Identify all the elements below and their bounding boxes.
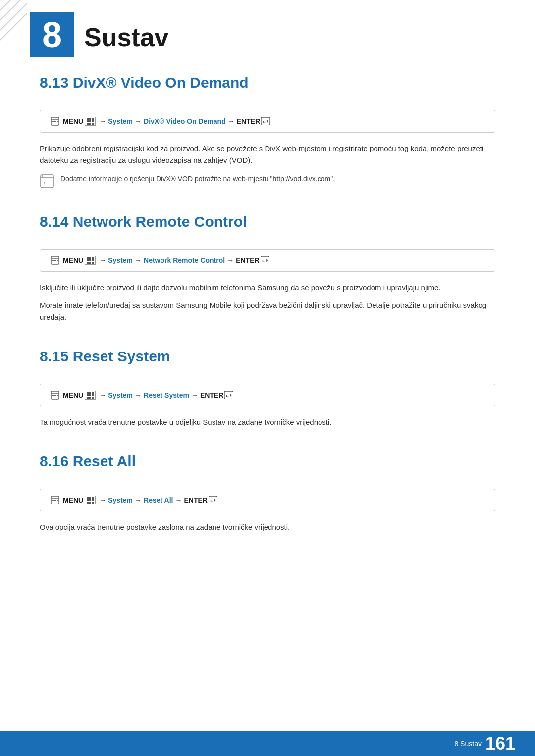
- svg-rect-13: [52, 260, 54, 261]
- svg-rect-14: [54, 260, 56, 261]
- arrow-2-16: →: [135, 496, 142, 504]
- enter-label-15: ENTER: [200, 391, 223, 399]
- section-8-13: 8.13 DivX® Video On Demand MENU: [40, 74, 495, 189]
- section-15-menu-path: MENU → System → Reset System → ENTER: [40, 384, 495, 406]
- enter-label-13: ENTER: [237, 117, 260, 125]
- section-15-heading: Reset System: [73, 348, 170, 364]
- svg-rect-2: [52, 121, 54, 122]
- section-13-title: 8.13 DivX® Video On Demand: [40, 74, 495, 95]
- menu-label-15: MENU: [63, 391, 83, 399]
- arrow-2-13: →: [135, 117, 142, 125]
- section-13-menu-path: MENU → System → DivX® Video On Demand → …: [40, 110, 495, 133]
- page-footer: 8 Sustav 161: [0, 731, 535, 756]
- arrow-1-13: →: [99, 117, 106, 125]
- svg-rect-15: [57, 260, 58, 261]
- enter-label-16: ENTER: [184, 496, 207, 504]
- svg-rect-32: [209, 496, 217, 504]
- enter-icon-16: [209, 496, 217, 504]
- reset-all-link: Reset All: [144, 496, 173, 504]
- menu-label-13: MENU: [63, 117, 83, 125]
- section-14-menu-path: MENU → System → Network Remote Control →…: [40, 249, 495, 272]
- decorative-stripes: [0, 0, 27, 64]
- grid-icon-15: [85, 391, 96, 400]
- section-16-heading: Reset All: [73, 453, 136, 469]
- svg-rect-22: [54, 395, 56, 396]
- grid-icon-13: [85, 117, 96, 126]
- arrow-3-15: →: [191, 391, 198, 399]
- section-13-note: i Dodatne informacije o rješenju DivX® V…: [40, 174, 495, 189]
- section-15-number: 8.15: [40, 348, 68, 364]
- svg-rect-30: [54, 500, 56, 501]
- enter-icon-15: [224, 391, 233, 399]
- menu-label-16: MENU: [63, 496, 83, 504]
- section-14-number: 8.14: [40, 213, 68, 230]
- section-16-body: Ova opcija vraća trenutne postavke zaslo…: [40, 521, 495, 533]
- footer-label: 8 Sustav: [454, 740, 481, 748]
- svg-rect-24: [224, 391, 233, 399]
- chapter-number: 8: [42, 14, 62, 55]
- section-8-16: 8.16 Reset All MENU →: [40, 453, 495, 533]
- chapter-title: Sustav: [84, 17, 169, 52]
- arrow-2-15: →: [135, 391, 142, 399]
- grid-icon-14: [85, 256, 96, 265]
- arrow-1-15: →: [99, 391, 106, 399]
- arrow-1-16: →: [99, 496, 106, 504]
- enter-icon-13: [261, 117, 270, 125]
- arrow-1-14: →: [99, 256, 106, 264]
- section-13-note-text: Dodatne informacije o rješenju DivX® VOD…: [60, 174, 335, 184]
- section-15-title: 8.15 Reset System: [40, 348, 495, 369]
- note-icon-13: i: [40, 174, 54, 189]
- arrow-3-16: →: [175, 496, 182, 504]
- section-15-body: Ta mogućnost vraća trenutne postavke u o…: [40, 416, 495, 428]
- svg-rect-3: [54, 121, 56, 122]
- system-link-14: System: [108, 256, 133, 264]
- arrow-3-13: →: [228, 117, 235, 125]
- svg-rect-29: [52, 500, 54, 501]
- section-14-body2: Morate imate telefon/uređaj sa sustavom …: [40, 300, 495, 323]
- arrow-3-14: →: [227, 256, 234, 264]
- system-link-15: System: [108, 391, 133, 399]
- svg-rect-23: [57, 395, 58, 396]
- reset-system-link: Reset System: [144, 391, 189, 399]
- section-16-number: 8.16: [40, 453, 68, 469]
- section-13-number: 8.13: [40, 74, 68, 91]
- section-8-15: 8.15 Reset System MENU →: [40, 348, 495, 428]
- section-16-menu-path: MENU → System → Reset All → ENTER: [40, 489, 495, 511]
- footer-page-number: 161: [485, 733, 515, 754]
- section-13-heading: DivX® Video On Demand: [73, 74, 249, 91]
- svg-rect-21: [52, 395, 54, 396]
- main-content: 8.13 DivX® Video On Demand MENU: [0, 64, 535, 568]
- svg-rect-5: [261, 117, 270, 125]
- section-16-title: 8.16 Reset All: [40, 453, 495, 474]
- enter-icon-14: [261, 256, 269, 264]
- system-link-13: System: [108, 117, 133, 125]
- menu-icon-14: [50, 255, 60, 265]
- enter-label-14: ENTER: [236, 256, 259, 264]
- section-14-heading: Network Remote Control: [73, 213, 247, 230]
- network-remote-link: Network Remote Control: [144, 256, 225, 264]
- menu-icon-15: [50, 390, 60, 400]
- system-link-16: System: [108, 496, 133, 504]
- section-13-body: Prikazuje odobreni registracijski kod za…: [40, 143, 495, 166]
- section-8-14: 8.14 Network Remote Control MENU: [40, 213, 495, 323]
- grid-icon-16: [85, 496, 96, 504]
- menu-icon-13: [50, 116, 60, 126]
- divx-vod-link: DivX® Video On Demand: [144, 117, 226, 125]
- svg-rect-16: [261, 256, 269, 264]
- menu-icon-16: [50, 495, 60, 505]
- chapter-header: 8 Sustav: [0, 0, 535, 64]
- arrow-2-14: →: [135, 256, 142, 264]
- chapter-number-block: 8: [30, 12, 74, 57]
- svg-text:i: i: [44, 180, 45, 186]
- svg-rect-31: [57, 500, 58, 501]
- section-14-body1: Isključite ili uključite proizvod ili da…: [40, 282, 495, 294]
- menu-label-14: MENU: [63, 256, 83, 264]
- section-14-title: 8.14 Network Remote Control: [40, 213, 495, 234]
- svg-rect-4: [57, 121, 58, 122]
